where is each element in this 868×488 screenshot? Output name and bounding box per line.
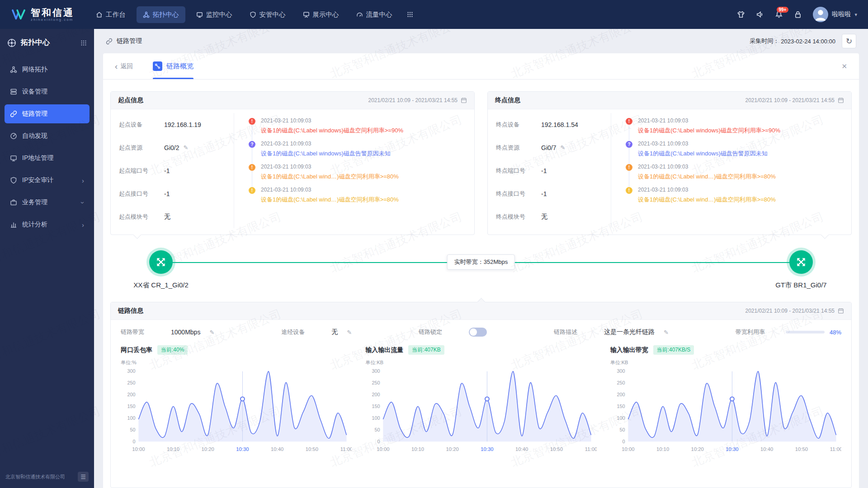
field-row: 终点设备192.168.1.54 [496, 113, 609, 136]
collapse-icon[interactable]: ☰ [78, 472, 89, 482]
alert-level-icon: ! [626, 118, 632, 125]
svg-text:10:40: 10:40 [515, 446, 528, 452]
alert-message: 设备1的磁盘(C:\Label windows)磁盘空间利用率>=90% [638, 127, 843, 135]
field-label: 终点端口号 [496, 167, 541, 175]
nav-monitor-center[interactable]: 监控中心 [190, 6, 239, 23]
notifications-bell-icon[interactable]: 99+ [775, 10, 783, 19]
briefcase-icon [10, 199, 17, 206]
svg-text:10:10: 10:10 [656, 446, 669, 452]
field-row: 终点资源Gi0/7✎ [496, 136, 609, 159]
svg-text:10:00: 10:00 [377, 446, 390, 452]
link-lock-toggle[interactable] [469, 328, 487, 337]
realtime-bandwidth-badge: 实时带宽：352Mbps [447, 254, 515, 270]
chevron-down-icon: › [80, 202, 86, 204]
top-navbar: 智和信通 zhihexintong.com 工作台 拓扑中心 监控中心 安管中心… [0, 0, 868, 29]
app-logo[interactable]: 智和信通 zhihexintong.com [11, 7, 74, 22]
date-range-picker[interactable]: 2021/02/21 10:09 - 2021/03/21 14:55 [745, 308, 844, 314]
alert-time: 2021-03-21 10:09:03 [638, 187, 843, 193]
alert-message: 设备1的磁盘(C:\Label windows)磁盘告警原因未知 [638, 150, 843, 158]
chart-plot-area[interactable]: 05010015020025030010:0010:1010:2010:3010… [610, 366, 841, 455]
alert-item: ! 2021-03-21 10:09:03 设备1的磁盘(C:\Label wi… [249, 164, 466, 181]
sidebar-item-statistics-analysis[interactable]: 统计分析 › [5, 215, 90, 234]
apps-grid-icon[interactable] [407, 11, 413, 18]
device-node-end[interactable] [789, 250, 813, 274]
nav-workbench[interactable]: 工作台 [90, 6, 132, 23]
link-bandwidth-field: 链路带宽 1000Mbps ✎ [121, 328, 214, 336]
date-range-picker[interactable]: 2021/02/21 10:09 - 2021/03/21 14:55 [368, 97, 467, 103]
sidebar-item-ip-address-management[interactable]: IP地址管理 [5, 149, 90, 168]
calendar-icon [461, 97, 467, 103]
user-menu[interactable]: 啦啦啦 ▾ [813, 7, 857, 22]
svg-text:10:30: 10:30 [236, 446, 249, 452]
topology-center-icon [7, 38, 16, 47]
svg-text:250: 250 [617, 380, 625, 385]
refresh-button[interactable]: ↻ [842, 34, 856, 48]
edit-icon[interactable]: ✎ [347, 329, 352, 336]
alert-level-icon: ! [626, 187, 632, 194]
edit-icon[interactable]: ✎ [183, 144, 188, 151]
tab-link-overview[interactable]: 链路概览 [153, 53, 193, 79]
sidebar-grid-icon[interactable] [80, 40, 87, 46]
charts-row: 网口丢包率 当前:40% 单位:% 05010015020025030010:0… [111, 341, 851, 463]
collect-time-label: 采集时间： [750, 37, 779, 45]
svg-text:10:20: 10:20 [202, 446, 214, 452]
field-value: 无 [541, 213, 547, 221]
chevron-left-icon: ‹ [115, 62, 118, 70]
svg-text:200: 200 [127, 392, 135, 397]
alert-level-icon: ? [626, 141, 632, 148]
chart-io-bandwidth: 输入输出带宽 当前:407KB/S 单位:KB 0501001502002503… [610, 345, 841, 455]
nav-security-center[interactable]: 安管中心 [243, 6, 292, 23]
nav-traffic-center[interactable]: 流量中心 [350, 6, 399, 23]
theme-skin-icon[interactable] [737, 10, 745, 19]
alert-message: 设备1的磁盘(C:\Label wind…)磁盘空间利用率>=80% [261, 196, 466, 204]
svg-text:0: 0 [377, 439, 380, 444]
shield-icon [10, 177, 17, 184]
edit-icon[interactable]: ✎ [664, 329, 669, 336]
via-device-field: 途经设备 无 ✎ [281, 328, 352, 336]
chart-current-badge: 当前:40% [157, 345, 188, 355]
alert-message: 设备1的磁盘(C:\Label windows)磁盘告警原因未知 [261, 150, 466, 158]
topology-icon [143, 11, 150, 18]
chart-plot-area[interactable]: 05010015020025030010:0010:1010:2010:3010… [121, 366, 352, 455]
sidebar-item-label: 自动发现 [22, 132, 47, 140]
link-overview-content: 起点信息 2021/02/21 10:09 - 2021/03/21 14:55… [103, 80, 859, 488]
device-node-start[interactable] [149, 250, 173, 274]
svg-text:10:30: 10:30 [481, 446, 494, 452]
nav-display-center[interactable]: 展示中心 [297, 6, 345, 23]
field-label: 终点模块号 [496, 213, 541, 221]
sidebar-item-business-management[interactable]: 业务管理 › [5, 193, 90, 212]
alert-item: ! 2021-03-21 10:09:03 设备1的磁盘(C:\Label wi… [626, 117, 843, 135]
display-icon [303, 11, 310, 18]
chart-current-badge: 当前:407KB [408, 345, 444, 355]
nav-topology-center[interactable]: 拓扑中心 [137, 6, 185, 23]
field-label: 链路锁定 [419, 328, 464, 336]
svg-text:50: 50 [619, 427, 625, 432]
field-value: -1 [164, 190, 170, 197]
sidebar-item-ip-security-audit[interactable]: IP安全审计 › [5, 171, 90, 190]
field-row: 终点接口号-1 [496, 182, 609, 205]
date-range-value: 2021/02/21 10:09 - 2021/03/21 14:55 [368, 97, 458, 103]
close-icon[interactable]: ✕ [841, 62, 847, 70]
field-value: 192.168.1.54 [541, 121, 578, 128]
chart-packet-loss: 网口丢包率 当前:40% 单位:% 05010015020025030010:0… [121, 345, 352, 455]
date-range-picker[interactable]: 2021/02/21 10:09 - 2021/03/21 14:55 [745, 97, 844, 103]
edit-icon[interactable]: ✎ [209, 329, 214, 336]
field-row: 终点端口号-1 [496, 159, 609, 182]
edit-icon[interactable]: ✎ [560, 144, 565, 151]
back-button[interactable]: ‹ 返回 [115, 62, 133, 70]
lock-icon[interactable] [794, 10, 802, 19]
sidebar-item-link-management[interactable]: 链路管理 [5, 104, 90, 123]
sidebar-item-auto-discovery[interactable]: 自动发现 [5, 127, 90, 145]
logo-title: 智和信通 [31, 7, 74, 18]
svg-text:10:00: 10:00 [132, 446, 145, 452]
announcement-icon[interactable] [756, 10, 764, 19]
alert-item: ! 2021-03-21 10:09:03 设备1的磁盘(C:\Label wi… [626, 187, 843, 204]
date-range-value: 2021/02/21 10:09 - 2021/03/21 14:55 [745, 97, 835, 103]
ip-monitor-icon [10, 155, 17, 162]
chart-plot-area[interactable]: 05010015020025030010:0010:1010:2010:3010… [365, 366, 596, 455]
svg-text:10:00: 10:00 [622, 446, 634, 452]
svg-text:0: 0 [622, 439, 625, 444]
field-label: 起点设备 [119, 121, 164, 129]
sidebar-item-network-topology[interactable]: 网络拓扑 [5, 60, 90, 79]
sidebar-item-device-management[interactable]: 设备管理 [5, 82, 90, 101]
